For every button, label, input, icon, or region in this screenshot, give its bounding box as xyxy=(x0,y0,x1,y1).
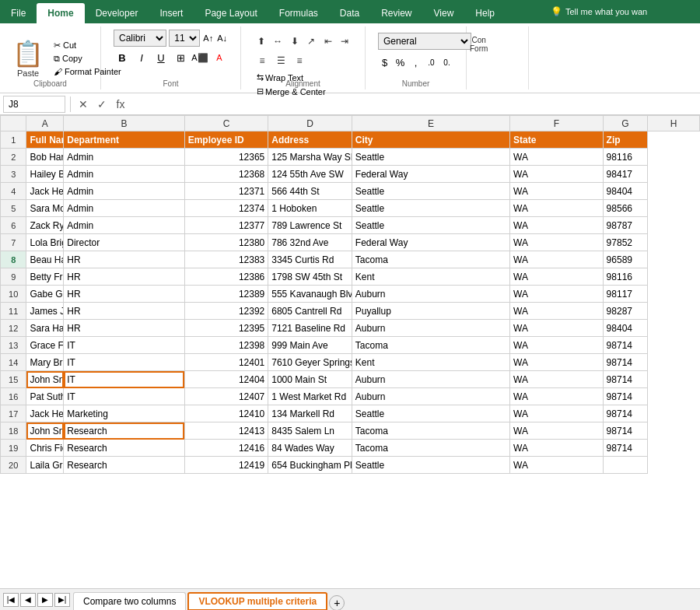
col-header-a[interactable]: A xyxy=(26,116,64,131)
table-cell[interactable]: 98787 xyxy=(603,217,647,234)
tab-help[interactable]: Help xyxy=(464,3,506,23)
row-number[interactable]: 5 xyxy=(1,200,26,217)
fill-color-button[interactable]: A⬛ xyxy=(191,49,208,66)
table-cell[interactable]: WA xyxy=(510,166,604,183)
table-cell[interactable]: 7121 Baseline Rd xyxy=(268,320,352,337)
table-cell[interactable]: 124 55th Ave SW xyxy=(268,166,352,183)
table-cell[interactable]: Marketing xyxy=(64,405,184,422)
align-left-button[interactable]: ≡ xyxy=(254,52,271,69)
table-cell[interactable]: Tacoma xyxy=(352,422,509,440)
bold-button[interactable]: B xyxy=(114,49,131,66)
row-number[interactable]: 4 xyxy=(1,183,26,200)
table-cell[interactable]: Sara Moore xyxy=(26,200,64,217)
table-cell[interactable]: 98714 xyxy=(603,440,647,457)
table-cell[interactable]: 12392 xyxy=(184,303,268,320)
table-cell[interactable]: Laila Green xyxy=(26,457,64,474)
table-cell[interactable]: WA xyxy=(510,371,604,388)
first-sheet-button[interactable]: |◀ xyxy=(3,593,19,607)
table-cell[interactable]: WA xyxy=(510,268,604,286)
table-cell[interactable]: Zack Ryan xyxy=(26,217,64,234)
table-cell[interactable]: John Smith xyxy=(26,371,64,388)
table-cell[interactable]: John Smith xyxy=(26,422,64,440)
align-center-button[interactable]: ☰ xyxy=(272,52,289,69)
table-cell[interactable]: HR xyxy=(64,320,184,337)
table-cell[interactable]: WA xyxy=(510,422,604,440)
table-cell[interactable]: 98714 xyxy=(603,337,647,354)
table-cell[interactable]: WA xyxy=(510,251,604,268)
table-cell[interactable]: Address xyxy=(268,131,352,149)
table-cell[interactable]: HR xyxy=(64,251,184,268)
row-number[interactable]: 2 xyxy=(1,149,26,166)
table-cell[interactable]: 98287 xyxy=(603,303,647,320)
table-cell[interactable]: Beau Handford xyxy=(26,251,64,268)
table-cell[interactable]: 98714 xyxy=(603,354,647,371)
table-cell[interactable]: 1 West Market Rd xyxy=(268,388,352,405)
table-cell[interactable]: Jack Heinz xyxy=(26,183,64,200)
table-cell[interactable]: 12410 xyxy=(184,405,268,422)
table-cell[interactable]: 12404 xyxy=(184,371,268,388)
table-cell[interactable]: Auburn xyxy=(352,320,509,337)
table-cell[interactable]: Seattle xyxy=(352,200,509,217)
table-cell[interactable]: WA xyxy=(510,388,604,405)
table-cell[interactable]: Employee ID xyxy=(184,131,268,149)
table-cell[interactable]: 12386 xyxy=(184,268,268,286)
col-header-b[interactable]: B xyxy=(64,116,184,131)
table-cell[interactable]: WA xyxy=(510,440,604,457)
table-cell[interactable]: 12398 xyxy=(184,337,268,354)
cell-reference-box[interactable]: J8 xyxy=(3,96,65,113)
col-header-c[interactable]: C xyxy=(184,116,268,131)
table-cell[interactable]: 134 Markell Rd xyxy=(268,405,352,422)
table-cell[interactable]: Puyallup xyxy=(352,303,509,320)
table-cell[interactable]: IT xyxy=(64,371,184,388)
table-cell[interactable]: State xyxy=(510,131,604,149)
confirm-formula-button[interactable]: ✓ xyxy=(94,98,110,110)
align-top-button[interactable]: ⬆ xyxy=(254,33,269,50)
font-size-select[interactable]: 11 xyxy=(169,30,200,47)
table-cell[interactable]: 3345 Curtis Rd xyxy=(268,251,352,268)
insert-function-button[interactable]: fx xyxy=(113,98,128,110)
table-cell[interactable]: 12380 xyxy=(184,234,268,251)
tab-home[interactable]: Home xyxy=(37,3,84,23)
table-cell[interactable]: Research xyxy=(64,440,184,457)
row-number[interactable]: 19 xyxy=(1,440,26,457)
table-cell[interactable]: Admin xyxy=(64,217,184,234)
table-cell[interactable]: 125 Marsha Way SE xyxy=(268,149,352,166)
table-cell[interactable]: City xyxy=(352,131,509,149)
table-cell[interactable] xyxy=(603,457,647,474)
table-cell[interactable]: 98566 xyxy=(603,200,647,217)
table-cell[interactable]: HR xyxy=(64,286,184,303)
table-cell[interactable]: 6805 Cantrell Rd xyxy=(268,303,352,320)
table-cell[interactable]: 12401 xyxy=(184,354,268,371)
table-cell[interactable]: 1798 SW 45th St xyxy=(268,268,352,286)
table-cell[interactable]: Auburn xyxy=(352,371,509,388)
table-cell[interactable]: 786 32nd Ave xyxy=(268,234,352,251)
table-cell[interactable]: Federal Way xyxy=(352,166,509,183)
table-cell[interactable]: Full Name xyxy=(26,131,64,149)
row-number[interactable]: 20 xyxy=(1,457,26,474)
font-family-select[interactable]: Calibri xyxy=(114,30,166,47)
angle-text-button[interactable]: ↗ xyxy=(304,33,320,50)
table-cell[interactable]: 96589 xyxy=(603,251,647,268)
table-cell[interactable]: Betty Friedan xyxy=(26,268,64,286)
table-cell[interactable]: 98404 xyxy=(603,320,647,337)
table-cell[interactable]: WA xyxy=(510,354,604,371)
tab-developer[interactable]: Developer xyxy=(85,3,149,23)
table-cell[interactable]: IT xyxy=(64,388,184,405)
border-button[interactable]: ⊞ xyxy=(172,49,189,66)
row-number[interactable]: 14 xyxy=(1,354,26,371)
table-cell[interactable]: WA xyxy=(510,234,604,251)
table-cell[interactable]: 12368 xyxy=(184,166,268,183)
table-cell[interactable]: WA xyxy=(510,337,604,354)
table-cell[interactable]: Lola Brigeda xyxy=(26,234,64,251)
tab-page-layout[interactable]: Page Layout xyxy=(194,3,268,23)
table-cell[interactable]: 566 44th St xyxy=(268,183,352,200)
table-cell[interactable]: Tacoma xyxy=(352,337,509,354)
sheet-tab-vlookup[interactable]: VLOOKUP multiple criteria xyxy=(187,592,327,611)
table-cell[interactable]: Research xyxy=(64,422,184,440)
table-cell[interactable]: 1000 Main St xyxy=(268,371,352,388)
table-cell[interactable]: Mary Bridge xyxy=(26,354,64,371)
row-number[interactable]: 1 xyxy=(1,131,26,149)
tab-formulas[interactable]: Formulas xyxy=(268,3,329,23)
table-cell[interactable]: 97852 xyxy=(603,234,647,251)
table-cell[interactable]: WA xyxy=(510,149,604,166)
